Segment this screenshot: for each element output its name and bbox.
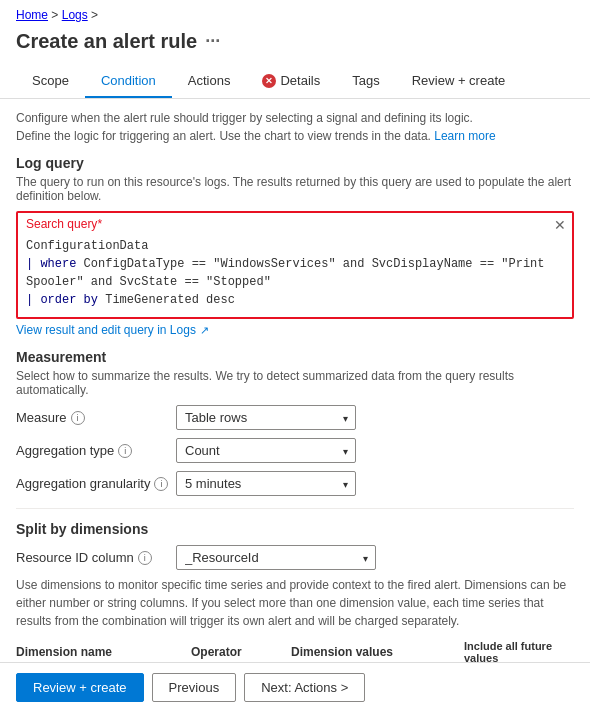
external-link-icon: ↗ (200, 324, 209, 337)
resource-id-row: Resource ID column i _ResourceId ▾ (16, 545, 574, 570)
page-title: Create an alert rule (16, 30, 197, 53)
view-result-link[interactable]: View result and edit query in Logs ↗ (16, 323, 574, 337)
condition-desc1: Configure when the alert rule should tri… (16, 111, 574, 125)
next-button[interactable]: Next: Actions > (244, 673, 365, 702)
split-by-title: Split by dimensions (16, 521, 574, 537)
log-query-subtitle: The query to run on this resource's logs… (16, 175, 574, 203)
aggregation-granularity-select[interactable]: 5 minutes (176, 471, 356, 496)
resource-id-select[interactable]: _ResourceId (176, 545, 376, 570)
query-line1: ConfigurationData (26, 237, 564, 255)
resource-id-info-icon[interactable]: i (138, 551, 152, 565)
breadcrumb-logs[interactable]: Logs (62, 8, 88, 22)
close-icon[interactable]: ✕ (554, 217, 566, 233)
review-create-button[interactable]: Review + create (16, 673, 144, 702)
aggregation-type-row: Aggregation type i Count ▾ (16, 438, 574, 463)
condition-desc2: Define the logic for triggering an alert… (16, 129, 574, 143)
tab-tags[interactable]: Tags (336, 65, 395, 98)
dim-header-name: Dimension name (16, 645, 191, 659)
log-query-title: Log query (16, 155, 574, 171)
aggregation-type-select-wrapper: Count ▾ (176, 438, 356, 463)
aggregation-type-info-icon[interactable]: i (118, 444, 132, 458)
dim-header-values: Dimension values (291, 645, 464, 659)
dim-header-future: Include all future values (464, 640, 574, 664)
aggregation-granularity-row: Aggregation granularity i 5 minutes ▾ (16, 471, 574, 496)
aggregation-type-select[interactable]: Count (176, 438, 356, 463)
measure-row: Measure i Table rows ▾ (16, 405, 574, 430)
aggregation-granularity-select-wrapper: 5 minutes ▾ (176, 471, 356, 496)
measure-select[interactable]: Table rows (176, 405, 356, 430)
page-title-container: Create an alert rule ··· (0, 26, 590, 65)
measure-label: Measure i (16, 410, 176, 425)
dim-header-operator: Operator (191, 645, 291, 659)
aggregation-granularity-info-icon[interactable]: i (154, 477, 168, 491)
measure-info-icon[interactable]: i (71, 411, 85, 425)
divider1 (16, 508, 574, 509)
dimension-info-text: Use dimensions to monitor specific time … (16, 576, 574, 630)
resource-id-select-wrapper: _ResourceId ▾ (176, 545, 376, 570)
query-content[interactable]: ConfigurationData | where ConfigDataType… (18, 233, 572, 317)
previous-button[interactable]: Previous (152, 673, 237, 702)
tab-actions[interactable]: Actions (172, 65, 247, 98)
search-query-box: Search query* ✕ ConfigurationData | wher… (16, 211, 574, 319)
tab-details[interactable]: ✕ Details (246, 65, 336, 98)
measure-select-wrapper: Table rows ▾ (176, 405, 356, 430)
query-line2: | where ConfigDataType == "WindowsServic… (26, 255, 564, 291)
aggregation-granularity-label: Aggregation granularity i (16, 476, 176, 491)
breadcrumb: Home > Logs > (0, 0, 590, 26)
search-query-label: Search query* (18, 213, 572, 233)
resource-id-label: Resource ID column i (16, 550, 176, 565)
bottom-bar: Review + create Previous Next: Actions > (0, 662, 590, 712)
tab-error-icon: ✕ (262, 74, 276, 88)
measurement-subtitle: Select how to summarize the results. We … (16, 369, 574, 397)
tab-review-create[interactable]: Review + create (396, 65, 522, 98)
learn-more-link[interactable]: Learn more (434, 129, 495, 143)
tab-condition[interactable]: Condition (85, 65, 172, 98)
tab-scope[interactable]: Scope (16, 65, 85, 98)
tabs-container: Scope Condition Actions ✕ Details Tags R… (0, 65, 590, 99)
dimension-table-header: Dimension name Operator Dimension values… (16, 640, 574, 664)
breadcrumb-home[interactable]: Home (16, 8, 48, 22)
more-options-icon[interactable]: ··· (205, 31, 220, 52)
aggregation-type-label: Aggregation type i (16, 443, 176, 458)
query-line3: | order by TimeGenerated desc (26, 291, 564, 309)
measurement-title: Measurement (16, 349, 574, 365)
